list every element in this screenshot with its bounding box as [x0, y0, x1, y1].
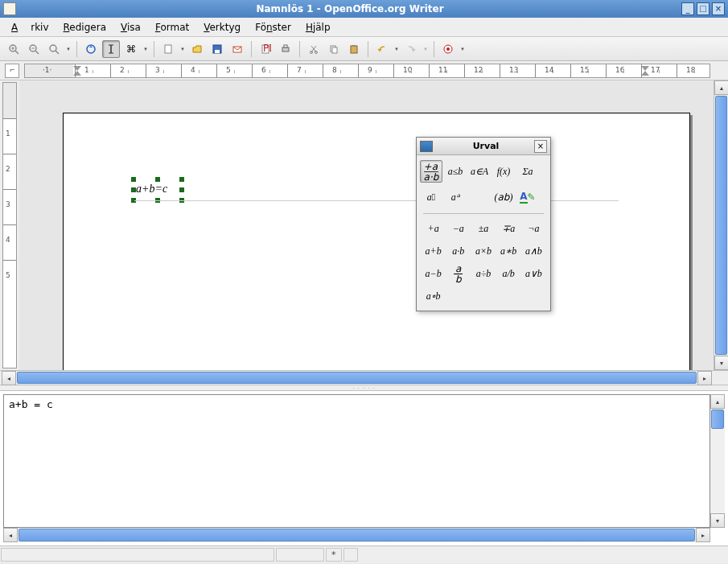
cmd-horizontal-scrollbar[interactable]: ◂ ▸ — [3, 528, 710, 542]
scroll-thumb-h[interactable] — [17, 372, 697, 384]
redo-dropdown[interactable]: ▾ — [422, 46, 429, 52]
status-cell-5 — [360, 548, 728, 562]
vertical-ruler-col: 12345 — [0, 80, 19, 370]
svg-line-8 — [56, 51, 59, 54]
urval-category-4[interactable]: Σa — [516, 160, 539, 183]
svg-rect-21 — [284, 45, 287, 47]
urval-op-11[interactable]: ab — [446, 264, 470, 283]
undo-dropdown[interactable]: ▾ — [393, 46, 400, 52]
toolbar: ▾ ⌘ ▾ ▾ PDF ▾ ▾ ▾ — [0, 37, 728, 61]
cmd-scroll-right-icon[interactable]: ▸ — [696, 528, 710, 542]
svg-marker-34 — [641, 66, 649, 71]
urval-op-4[interactable]: ¬a — [522, 219, 545, 238]
zoom-out-icon[interactable] — [25, 40, 43, 58]
save-icon[interactable] — [208, 40, 226, 58]
scroll-thumb-v[interactable] — [715, 96, 727, 355]
menu-verktyg[interactable]: Verktyg — [197, 19, 247, 35]
urval-palette[interactable]: Urval × +aa·ba≤ba∈Af(x)Σa a⃗aᵃ(ab)A✎ +a−… — [416, 137, 551, 311]
formula-cursor-icon[interactable] — [102, 40, 120, 58]
zoom-100-icon[interactable] — [45, 40, 63, 58]
scroll-up-icon[interactable]: ▴ — [714, 80, 728, 95]
export-pdf-icon[interactable]: PDF — [257, 40, 274, 58]
menu-fonster[interactable]: Fönster — [249, 19, 298, 35]
urval-op-10[interactable]: a−b — [422, 264, 445, 283]
urval-category2-1[interactable]: aᵃ — [444, 186, 467, 208]
urval-op-14[interactable]: a∨b — [522, 264, 545, 283]
zoom-in-icon[interactable] — [5, 40, 23, 58]
scroll-right-icon[interactable]: ▸ — [697, 371, 712, 385]
vertical-ruler[interactable]: 12345 — [2, 82, 17, 368]
doc-horizontal-scrollbar[interactable]: ◂ ▸ — [0, 370, 728, 385]
urval-op-7[interactable]: a×b — [471, 241, 495, 261]
formula-commands-input[interactable]: a+b = c — [3, 394, 710, 528]
redo-icon[interactable] — [402, 40, 420, 58]
cmd-scroll-thumb-h[interactable] — [19, 529, 695, 541]
new-doc-icon[interactable] — [159, 40, 177, 58]
print-icon[interactable] — [277, 40, 294, 58]
close-window-button[interactable]: × — [712, 2, 725, 15]
cmd-scroll-thumb-v[interactable] — [711, 410, 724, 429]
urval-category-1[interactable]: a≤b — [444, 160, 467, 183]
help-icon[interactable] — [439, 40, 457, 58]
urval-op-6[interactable]: a·b — [446, 241, 470, 261]
urval-op-9[interactable]: a∧b — [522, 241, 545, 261]
minimize-button[interactable]: _ — [681, 2, 694, 15]
cmd-scroll-down-icon[interactable]: ▾ — [710, 513, 725, 528]
email-icon[interactable] — [228, 40, 246, 58]
cmd-scroll-left-icon[interactable]: ◂ — [3, 528, 18, 542]
urval-op-1[interactable]: −a — [446, 219, 470, 238]
svg-rect-27 — [332, 47, 337, 53]
urval-op-12[interactable]: a÷b — [471, 264, 495, 283]
new-dropdown[interactable]: ▾ — [179, 46, 186, 52]
pane-splitter[interactable]: · · · · · — [0, 385, 728, 391]
cmd-scroll-up-icon[interactable]: ▴ — [710, 394, 725, 409]
urval-category-0[interactable]: +aa·b — [420, 160, 442, 183]
urval-category-2[interactable]: a∈A — [468, 160, 491, 183]
menu-format[interactable]: Format — [149, 19, 195, 35]
urval-titlebar[interactable]: Urval × — [417, 138, 550, 155]
urval-close-button[interactable]: × — [534, 140, 547, 153]
menu-redigera[interactable]: Redigera — [57, 19, 113, 35]
toolbar-overflow[interactable]: ▾ — [459, 46, 466, 52]
urval-op-8[interactable]: a∗b — [497, 241, 520, 261]
svg-marker-35 — [641, 71, 649, 76]
menu-hjalp[interactable]: Hjälp — [299, 19, 337, 35]
urval-op-13[interactable]: a/b — [497, 264, 520, 283]
paste-icon[interactable] — [345, 40, 363, 58]
urval-op-3[interactable]: ∓a — [497, 219, 520, 238]
menu-visa[interactable]: Visa — [114, 19, 147, 35]
doc-vertical-scrollbar[interactable]: ▴ ▾ — [714, 80, 728, 370]
page-view[interactable]: a+b=c — [19, 80, 728, 370]
formula-object[interactable]: a+b=c — [136, 183, 167, 196]
urval-category2-4[interactable]: A✎ — [516, 186, 539, 208]
update-icon[interactable] — [82, 40, 100, 58]
urval-category2-0[interactable]: a⃗ — [420, 186, 442, 208]
menu-arkiv[interactable]: Arkiv — [5, 19, 56, 35]
status-modified: * — [326, 548, 342, 562]
copy-icon[interactable] — [325, 40, 343, 58]
scroll-left-icon[interactable]: ◂ — [2, 371, 16, 385]
svg-line-5 — [35, 51, 39, 54]
document-page: a+b=c — [63, 113, 690, 370]
cmd-vertical-scrollbar[interactable]: ▴ ▾ — [710, 394, 725, 528]
catalog-dropdown[interactable]: ▾ — [142, 46, 149, 52]
urval-op-5[interactable]: a+b — [422, 241, 445, 261]
catalog-icon[interactable]: ⌘ — [122, 40, 140, 58]
svg-rect-20 — [282, 47, 289, 51]
scroll-down-icon[interactable]: ▾ — [714, 356, 728, 370]
svg-rect-16 — [215, 50, 220, 53]
open-icon[interactable] — [188, 40, 206, 58]
svg-text:⌘: ⌘ — [126, 43, 136, 55]
svg-rect-14 — [165, 45, 171, 53]
menubar: Arkiv Redigera Visa Format Verktyg Fönst… — [0, 18, 728, 37]
urval-op-0[interactable]: +a — [422, 219, 445, 238]
horizontal-ruler[interactable]: ·1·123456789101112131415161718 — [24, 64, 710, 78]
urval-category-3[interactable]: f(x) — [492, 160, 515, 183]
zoom-dropdown[interactable]: ▾ — [65, 46, 72, 52]
urval-category2-3[interactable]: (ab) — [492, 186, 515, 208]
urval-op-2[interactable]: ±a — [471, 219, 495, 238]
undo-icon[interactable] — [373, 40, 391, 58]
maximize-button[interactable]: □ — [697, 2, 709, 15]
cut-icon[interactable] — [305, 40, 323, 58]
urval-op-15[interactable]: a∘b — [422, 286, 445, 306]
